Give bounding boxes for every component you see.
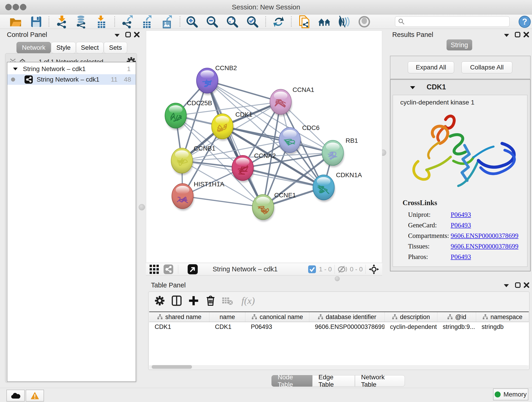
collection-expander-icon[interactable] (13, 67, 18, 71)
export-network-button[interactable] (120, 15, 135, 28)
node-CDKN1A[interactable] (313, 175, 335, 202)
tab-edge-table[interactable]: Edge Table (312, 375, 355, 387)
network-canvas[interactable]: CCNB2CCNA1CDC25BCDK1CDC6RB1CCNB1CCNA2CDK… (146, 31, 382, 263)
open-session-button[interactable] (8, 15, 23, 28)
cell-4[interactable]: cyclin-dependent ... (385, 323, 437, 331)
zoom-out-button[interactable] (205, 15, 220, 28)
help-button[interactable]: ? (517, 15, 532, 28)
edge-CCNB2-CCNE1[interactable] (207, 81, 263, 207)
zoom-fit-button[interactable] (225, 15, 240, 28)
left-splitter-handle[interactable] (139, 204, 145, 211)
node-HIST1H1A[interactable] (172, 184, 194, 211)
delete-table-button[interactable] (221, 294, 234, 307)
scrollbar-thumb[interactable] (152, 365, 192, 369)
tab-sets[interactable]: Sets (104, 42, 127, 53)
cell-2[interactable]: P06493 (245, 323, 309, 331)
control-panel-close-icon[interactable] (134, 32, 140, 38)
node-CDC6[interactable] (279, 128, 301, 154)
add-column-button[interactable] (187, 294, 200, 307)
delete-column-button[interactable] (204, 294, 217, 307)
column-header-1[interactable]: name (209, 312, 245, 322)
results-panel-close-icon[interactable] (523, 32, 529, 38)
control-panel: Control Panel Network Style Select Sets … (2, 30, 140, 383)
results-panel-maximize-icon[interactable] (515, 32, 520, 38)
import-table-file-button[interactable] (94, 15, 109, 28)
node-CCNB1[interactable] (171, 148, 193, 175)
gene-expander-icon[interactable] (410, 86, 416, 89)
column-header-3[interactable]: database identifier (309, 312, 385, 322)
column-header-2[interactable]: canonical name (245, 312, 310, 322)
tab-select[interactable]: Select (76, 42, 104, 53)
cell-5[interactable]: stringdb:9... (437, 323, 476, 331)
selected-checkbox-icon[interactable] (308, 265, 316, 274)
export-image-button[interactable] (160, 15, 175, 28)
column-header-4[interactable]: description (385, 312, 437, 322)
node-CDC25B[interactable] (165, 103, 187, 130)
tab-style[interactable]: Style (51, 42, 76, 53)
share-view-icon[interactable] (163, 264, 173, 274)
table-panel-close-icon[interactable] (524, 282, 530, 288)
collection-label: String Network – cdk1 (23, 65, 86, 73)
crosslink-link[interactable]: 9606.ENSP00000378699 (451, 232, 519, 240)
network-row-selected[interactable]: String Network – cdk1 11 48 (7, 74, 136, 85)
expand-all-button[interactable]: Expand All (408, 61, 454, 73)
import-network-file-button[interactable] (55, 15, 69, 28)
tab-network[interactable]: Network (17, 42, 51, 53)
homes-button[interactable] (317, 15, 332, 28)
collapse-all-button[interactable]: Collapse All (462, 61, 512, 73)
column-header-6[interactable]: namespace (476, 312, 529, 322)
node-CCNE1[interactable] (252, 195, 274, 222)
column-label: canonical name (260, 313, 303, 321)
cell-1[interactable]: CDK1 (209, 323, 245, 331)
column-header-0[interactable]: shared name (149, 312, 209, 322)
crosslink-link[interactable]: P06493 (451, 211, 471, 218)
column-header-5[interactable]: @id (437, 312, 476, 322)
edge-HIST1H1A-CCNE1[interactable] (183, 196, 263, 207)
table-settings-button[interactable] (153, 294, 166, 307)
search-field[interactable] (395, 16, 510, 27)
node-CDK1[interactable] (211, 114, 234, 141)
show-columns-button[interactable] (170, 294, 183, 307)
toolbar-divider (291, 16, 292, 27)
table-panel-maximize-icon[interactable] (515, 282, 521, 288)
cloud-services-button[interactable] (6, 390, 25, 402)
control-panel-float-icon[interactable] (114, 33, 120, 37)
refresh-view-button[interactable] (271, 15, 286, 28)
cell-6[interactable]: stringdb (476, 323, 529, 331)
node-RB1[interactable] (322, 140, 344, 167)
import-network-database-button[interactable] (74, 15, 89, 28)
control-panel-maximize-icon[interactable] (125, 32, 131, 38)
table-row[interactable]: CDK1CDK1P064939606.ENSP00000378699cyclin… (149, 322, 529, 332)
fit-content-crosshair-icon[interactable] (368, 264, 380, 275)
node-CCNB2[interactable] (196, 68, 219, 95)
node-CCNA1[interactable] (270, 89, 292, 116)
export-table-button[interactable] (140, 15, 155, 28)
clone-network-button[interactable] (298, 15, 312, 28)
crosslink-link[interactable]: P06493 (451, 221, 471, 229)
node-label-CDK1: CDK1 (235, 111, 253, 118)
crosslink-link[interactable]: P06493 (451, 253, 471, 261)
table-horizontal-scrollbar[interactable] (150, 365, 528, 369)
memory-button[interactable]: Memory (493, 389, 528, 400)
show-panels-button[interactable] (357, 15, 372, 28)
network-collection-row[interactable]: String Network – cdk1 1 (7, 64, 136, 74)
zoom-in-button[interactable] (185, 15, 199, 28)
tab-node-table[interactable]: Node Table (272, 375, 312, 387)
save-session-button[interactable] (29, 15, 44, 28)
warnings-button[interactable] (26, 390, 44, 402)
cell-0[interactable]: CDK1 (149, 323, 209, 331)
table-panel-float-icon[interactable] (503, 284, 509, 287)
cell-3[interactable]: 9606.ENSP00000378699 (309, 323, 385, 331)
crosslink-link[interactable]: 9606.ENSP00000378699 (451, 242, 519, 250)
tab-network-table[interactable]: Network Table (355, 375, 405, 387)
export-table-icon (140, 15, 154, 28)
results-panel-float-icon[interactable] (504, 33, 510, 37)
search-input[interactable] (405, 18, 504, 26)
grid-view-icon[interactable] (149, 264, 159, 274)
hide-panels-button[interactable] (337, 15, 351, 28)
zoom-selected-button[interactable] (245, 15, 260, 28)
tab-string[interactable]: String (447, 39, 472, 51)
function-builder-button[interactable]: f(x) (238, 294, 259, 307)
birds-eye-view-icon[interactable] (187, 264, 198, 274)
footer-divider (178, 265, 178, 274)
